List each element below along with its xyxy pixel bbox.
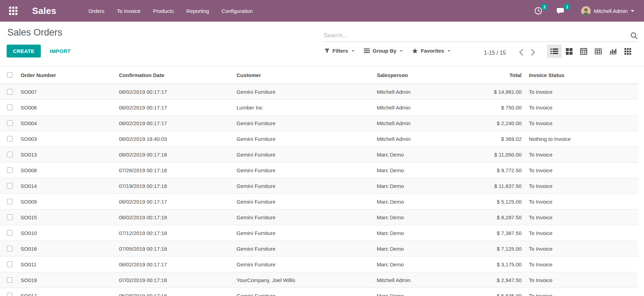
row-checkbox[interactable]: [7, 120, 13, 126]
cell-confirmation-date: 07/26/2019 00:17:18: [115, 162, 233, 178]
cell-customer: Gemini Furniture: [233, 225, 373, 241]
column-header-invoice-status[interactable]: Invoice Status: [525, 66, 638, 84]
action-buttons: CREATE IMPORT: [7, 45, 73, 58]
row-checkbox[interactable]: [7, 183, 13, 189]
row-checkbox[interactable]: [7, 136, 13, 142]
activity-view-button[interactable]: [620, 45, 635, 58]
table-row[interactable]: SO01108/02/2019 00:17:17Gemini Furniture…: [0, 257, 638, 272]
column-header-salesperson[interactable]: Salesperson: [373, 66, 446, 84]
cell-customer: Gemini Furniture: [233, 194, 373, 210]
user-name: Mitchell Admin: [594, 8, 628, 14]
favorites-label: Favorites: [421, 48, 444, 54]
row-checkbox[interactable]: [7, 246, 13, 251]
cell-total: $ 3,175.00: [446, 257, 525, 272]
kanban-view-button[interactable]: [562, 45, 576, 58]
menu-item-reporting[interactable]: Reporting: [186, 7, 210, 15]
table-row[interactable]: SO00708/02/2019 00:17:17Gemini Furniture…: [0, 84, 638, 100]
app-name[interactable]: Sales: [32, 6, 56, 16]
table-row[interactable]: SO01607/05/2019 00:17:18Gemini Furniture…: [0, 241, 638, 257]
navbar-right: 2 1 Mitchell Admin: [520, 6, 634, 16]
list-view-button[interactable]: [547, 45, 562, 58]
cell-salesperson: Marc Demo: [373, 147, 446, 162]
cell-order-number: SO009: [17, 194, 115, 210]
calendar-view-icon: [580, 48, 587, 55]
cell-total: $ 9,772.50: [446, 162, 525, 178]
cell-order-number: SO011: [17, 257, 115, 272]
cell-confirmation-date: 08/02/2019 00:17:17: [115, 100, 233, 115]
cell-salesperson: Marc Demo: [373, 257, 446, 272]
table-row[interactable]: SO00908/02/2019 00:17:17Gemini Furniture…: [0, 194, 638, 210]
cell-total: $ 11,837.50: [446, 178, 525, 194]
user-menu[interactable]: Mitchell Admin: [581, 6, 634, 16]
menu-item-to-invoice[interactable]: To Invoice: [116, 7, 141, 15]
cell-order-number: SO008: [17, 162, 115, 178]
cell-total: $ 2,947.50: [446, 272, 525, 288]
menu-item-configuration[interactable]: Configuration: [221, 7, 253, 15]
create-button[interactable]: CREATE: [7, 45, 41, 58]
table-row[interactable]: SO00608/02/2019 00:17:17Lumber IncMitche…: [0, 100, 638, 115]
group-by-dropdown[interactable]: Group By: [364, 48, 403, 54]
cell-customer: Lumber Inc: [233, 100, 373, 115]
search-input[interactable]: [323, 32, 630, 39]
graph-view-button[interactable]: [606, 45, 620, 58]
chevron-right-icon: [531, 49, 536, 56]
cell-invoice-status: To Invoice: [525, 225, 638, 241]
cell-order-number: SO017: [17, 288, 115, 296]
row-checkbox[interactable]: [7, 214, 13, 220]
row-checkbox[interactable]: [7, 261, 13, 267]
messages-menu-button[interactable]: 1: [556, 7, 565, 15]
cell-customer: Gemini Furniture: [233, 115, 373, 131]
menu-item-orders[interactable]: Orders: [88, 7, 105, 15]
cell-confirmation-date: 07/19/2019 00:17:18: [115, 178, 233, 194]
activity-menu-button[interactable]: 2: [534, 7, 542, 15]
column-header-confirmation-date[interactable]: Confirmation Date: [115, 66, 233, 84]
table-row[interactable]: SO01508/02/2019 00:17:18Gemini Furniture…: [0, 210, 638, 225]
row-checkbox[interactable]: [7, 89, 13, 94]
table-row[interactable]: SO00408/02/2019 00:17:17Gemini Furniture…: [0, 115, 638, 131]
table-row[interactable]: SO00807/26/2019 00:17:18Gemini Furniture…: [0, 162, 638, 178]
kanban-view-icon: [566, 48, 572, 55]
favorites-dropdown[interactable]: Favorites: [412, 48, 450, 54]
cell-confirmation-date: 07/12/2019 00:17:18: [115, 225, 233, 241]
cell-total: $ 5,125.00: [446, 194, 525, 210]
cell-invoice-status: To Invoice: [525, 257, 638, 272]
table-row[interactable]: SO01308/02/2019 00:17:18Gemini Furniture…: [0, 147, 638, 162]
table-row[interactable]: SO01407/19/2019 00:17:18Gemini Furniture…: [0, 178, 638, 194]
import-button[interactable]: IMPORT: [48, 48, 73, 54]
table-row[interactable]: SO01706/28/2019 00:17:18Gemini Furniture…: [0, 288, 638, 296]
table-row[interactable]: SO01907/02/2019 00:17:18YourCompany, Joe…: [0, 272, 638, 288]
column-header-total[interactable]: Total: [446, 66, 525, 84]
apps-menu-icon[interactable]: [9, 7, 17, 15]
cell-salesperson: Marc Demo: [373, 225, 446, 241]
cell-total: $ 7,125.00: [446, 241, 525, 257]
search-icon[interactable]: [630, 32, 638, 39]
cell-customer: Gemini Furniture: [233, 288, 373, 296]
cell-customer: Gemini Furniture: [233, 210, 373, 225]
menu-item-products[interactable]: Products: [152, 7, 174, 15]
column-header-customer[interactable]: Customer: [233, 66, 373, 84]
select-all-checkbox[interactable]: [7, 72, 13, 78]
row-checkbox[interactable]: [7, 105, 13, 110]
row-checkbox[interactable]: [7, 167, 13, 173]
cell-salesperson: Mitchell Admin: [373, 84, 446, 100]
cell-salesperson: Marc Demo: [373, 210, 446, 225]
row-checkbox[interactable]: [7, 199, 13, 204]
row-checkbox[interactable]: [7, 230, 13, 236]
column-header-order-number[interactable]: Order Number: [17, 66, 115, 84]
star-icon: [412, 48, 418, 54]
pager-previous-button[interactable]: [515, 49, 527, 57]
filters-dropdown[interactable]: Filters: [324, 48, 354, 54]
row-checkbox[interactable]: [7, 293, 13, 296]
cell-invoice-status: To Invoice: [525, 178, 638, 194]
cell-salesperson: Marc Demo: [373, 162, 446, 178]
pivot-view-button[interactable]: [591, 45, 606, 58]
row-checkbox[interactable]: [7, 152, 13, 157]
cell-order-number: SO015: [17, 210, 115, 225]
row-checkbox[interactable]: [7, 277, 13, 283]
table-row[interactable]: SO01007/12/2019 00:17:18Gemini Furniture…: [0, 225, 638, 241]
cell-confirmation-date: 07/02/2019 00:17:18: [115, 272, 233, 288]
calendar-view-button[interactable]: [576, 45, 591, 58]
pager-next-button[interactable]: [527, 49, 539, 57]
table-row[interactable]: SO00308/02/2019 18:40:03Gemini Furniture…: [0, 131, 638, 147]
filter-funnel-icon: [324, 48, 330, 53]
